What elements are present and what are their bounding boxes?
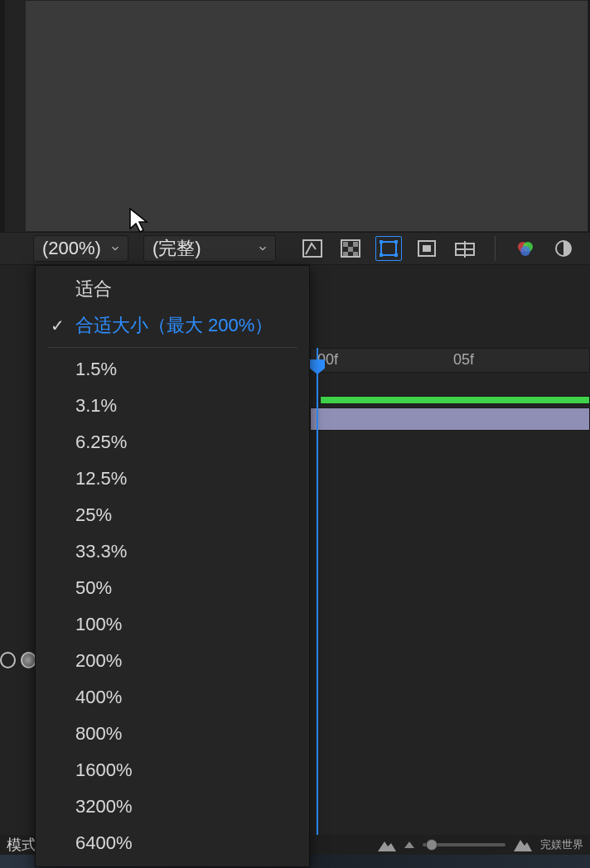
zoom-slider-thumb[interactable] [426,839,438,851]
toolbar-separator [495,236,496,261]
zoom-menu-level[interactable]: 800% [36,716,309,752]
work-area-bar[interactable] [320,396,590,404]
menu-item-label: 400% [75,687,122,708]
menu-item-label: 6.25% [75,432,127,453]
zoom-slider[interactable] [423,843,505,846]
zoom-menu-fit[interactable]: 适合 [36,271,309,307]
resolution-value: (完整) [152,236,201,261]
watermark-text: 完媄世界 [540,837,583,852]
svg-point-19 [520,246,530,256]
toolbar-icons [299,236,577,261]
region-of-interest-icon[interactable] [413,236,440,261]
zoom-menu-level[interactable]: 3.1% [36,388,309,424]
menu-item-label: 1600% [75,760,133,781]
zoom-menu-level[interactable]: 200% [36,643,309,679]
preview-toolbar: (200%) (完整) [0,232,590,265]
menu-divider [47,347,297,348]
zoom-menu-fit-max[interactable]: 合适大小（最大 200%） [36,307,309,344]
viewer-area [0,0,590,232]
menu-item-label: 50% [75,577,112,599]
menu-item-label: 合适大小（最大 200%） [75,313,273,338]
zoom-menu-level[interactable]: 1600% [36,752,309,788]
zoom-value: (200%) [42,238,101,259]
menu-item-label: 适合 [75,277,112,301]
svg-rect-7 [381,242,396,255]
layer-indicators [0,646,36,674]
zoom-menu: 适合 合适大小（最大 200%） 1.5% 3.1% 6.25% 12.5% 2… [35,265,310,867]
zoom-dropdown[interactable]: (200%) [33,235,128,262]
svg-rect-10 [380,253,383,257]
menu-item-label: 200% [75,650,122,672]
svg-rect-9 [394,240,398,244]
channel-icon[interactable] [512,236,539,261]
svg-rect-5 [343,252,348,256]
caret-up-icon[interactable] [404,841,414,848]
timeline-tick: 05f [453,351,474,369]
menu-item-label: 1.5% [75,359,117,380]
menu-item-label: 3200% [75,796,133,817]
zoom-menu-level[interactable]: 6400% [36,825,309,861]
resolution-dropdown[interactable]: (完整) [143,235,276,262]
zoom-menu-level[interactable]: 100% [36,606,309,643]
svg-rect-6 [353,252,358,256]
zoom-menu-level[interactable]: 12.5% [36,461,309,497]
mountain-small-icon[interactable] [378,838,396,851]
svg-rect-11 [394,253,398,257]
svg-rect-8 [380,240,383,244]
menu-item-label: 25% [75,504,112,526]
grid-safe-zones-icon[interactable] [452,236,478,261]
menu-item-label: 33.3% [75,541,127,562]
composition-preview[interactable] [25,0,588,232]
mountain-large-icon[interactable] [514,838,532,851]
svg-rect-4 [348,247,353,252]
zoom-menu-level[interactable]: 33.3% [36,533,309,570]
zoom-menu-level[interactable]: 400% [36,679,309,716]
svg-rect-2 [343,242,348,247]
fast-preview-icon[interactable] [299,236,326,261]
zoom-menu-level[interactable]: 25% [36,497,309,533]
menu-item-label: 3.1% [75,395,117,417]
layer-bar[interactable] [310,407,590,431]
timeline-ruler[interactable]: 00f 05f [310,348,590,373]
chevron-down-icon [257,243,268,254]
menu-item-label: 100% [75,614,122,635]
chevron-down-icon [109,243,121,254]
zoom-menu-level[interactable]: 3200% [36,788,309,825]
transparency-grid-icon[interactable] [337,236,364,261]
svg-rect-13 [423,245,431,252]
zoom-menu-level[interactable]: 50% [36,570,309,606]
exposure-icon[interactable] [550,236,577,261]
menu-item-label: 12.5% [75,468,127,489]
playhead[interactable] [317,348,318,835]
zoom-menu-level[interactable]: 6.25% [36,424,309,461]
mode-label: 模式 [7,835,36,855]
shy-toggle-icon[interactable] [0,652,16,668]
menu-item-label: 6400% [75,832,133,854]
menu-item-label: 800% [75,723,122,745]
zoom-menu-level[interactable]: 1.5% [36,351,309,388]
svg-rect-3 [353,242,358,247]
mask-outline-icon[interactable] [375,236,402,261]
